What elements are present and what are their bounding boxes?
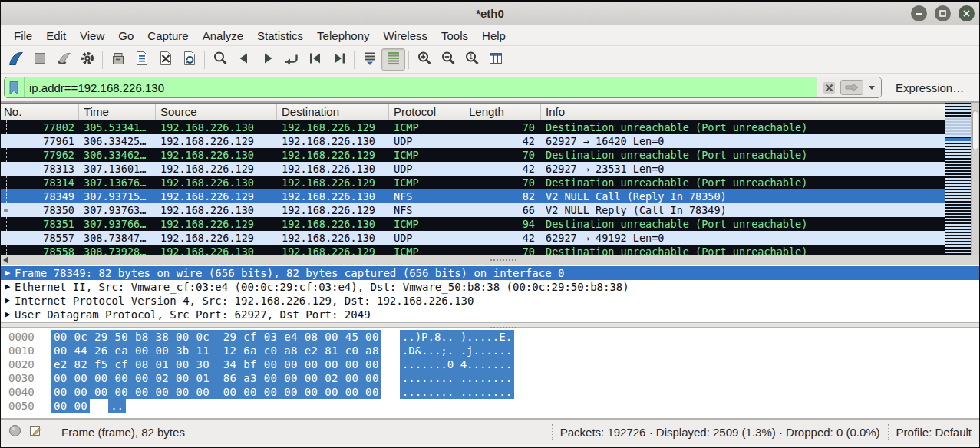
zoom-in-button[interactable] [412,48,436,71]
menu-go[interactable]: Go [111,27,140,44]
hex-line[interactable]: 000000 0c 29 50 b8 38 00 0c 29 cf 03 e4 … [8,330,979,344]
filter-history-caret-icon[interactable] [869,86,875,90]
detail-line-ethernet[interactable]: ▶Ethernet II, Src: Vmware_cf:03:e4 (00:0… [1,280,979,294]
scroll-left-arrow-icon[interactable] [3,256,8,264]
go-to-packet-button[interactable] [279,48,303,71]
find-packet-button[interactable] [208,48,232,71]
column-header-source[interactable]: Source [156,104,277,120]
packet-row[interactable]: 77961306.33425…192.168.226.129192.168.22… [1,134,979,148]
menu-statistics[interactable]: Statistics [250,27,310,44]
expand-triangle-icon[interactable]: ▶ [1,294,15,308]
menu-file[interactable]: File [7,27,39,44]
document-reload-icon [181,50,198,70]
expand-triangle-icon[interactable]: ▶ [1,266,15,280]
zoom-out-icon [440,50,457,70]
column-header-time[interactable]: Time [79,104,156,120]
hex-line[interactable]: 0020e2 82 f5 cf 08 01 00 30 34 bf 00 00 … [8,357,979,371]
packet-minimap-scrollbar[interactable] [945,103,971,255]
horizontal-scrollbar[interactable] [1,255,979,265]
minimize-icon [915,9,923,18]
menu-capture[interactable]: Capture [140,27,195,44]
packet-row[interactable]: 78558308.73928…192.168.226.130192.168.22… [1,245,979,255]
hex-dump-pane: 000000 0c 29 50 b8 38 00 0c 29 cf 03 e4 … [1,328,979,418]
detail-line-frame[interactable]: ▶Frame 78349: 82 bytes on wire (656 bits… [1,266,979,280]
pane-splitter-grip[interactable] [490,327,516,328]
filter-apply-icon[interactable] [840,80,863,95]
menu-edit[interactable]: Edit [39,27,73,44]
go-first-packet-button[interactable] [303,48,327,71]
capture-options-button[interactable] [75,48,99,71]
magnifier-icon [212,50,229,70]
filter-bar: ip.addr==192.168.226.130 Expression… + [1,74,979,103]
arrow-first-icon [307,50,324,70]
column-header-info[interactable]: Info [541,104,979,120]
expert-info-icon[interactable] [8,424,21,440]
menu-view[interactable]: View [73,27,111,44]
packet-row[interactable]: 77802305.53341…192.168.226.130192.168.22… [1,120,979,134]
restart-capture-button[interactable] [51,48,75,71]
menu-tools[interactable]: Tools [434,27,475,44]
resize-columns-button[interactable] [483,48,507,71]
zoom-100-icon: 1 [464,50,480,70]
packet-row[interactable]: 77962306.33462…192.168.226.130192.168.22… [1,148,979,162]
hex-line[interactable]: 005000 00.. [8,399,979,413]
filter-input[interactable]: ip.addr==192.168.226.130 [25,77,817,97]
status-selected-field: Frame (frame), 82 bytes [61,426,185,439]
packet-row[interactable]: 78314307.13676…192.168.226.130192.168.22… [1,176,979,189]
status-profile[interactable]: Profile: Default [896,426,979,439]
hex-line[interactable]: 001000 44 26 ea 00 00 3b 11 12 6a c0 a8 … [8,344,979,357]
packet-row-selected[interactable]: 78349307.93715…192.168.226.129192.168.22… [1,189,979,203]
column-header-length[interactable]: Length [464,104,541,120]
reload-capture-file-button[interactable] [177,48,201,71]
column-header-destination[interactable]: Destination [277,104,389,120]
maximize-icon [939,9,947,18]
hex-line[interactable]: 004000 00 00 00 00 00 00 00 00 00 00 00 … [8,385,979,399]
expand-triangle-icon[interactable]: ▶ [1,280,15,294]
packet-row[interactable]: 78351307.93766…192.168.226.129192.168.22… [1,217,979,231]
jump-arrow-icon [283,50,300,70]
packet-row[interactable]: 78350307.93763…192.168.226.130192.168.22… [1,203,979,217]
colorize-icon [385,50,402,70]
capture-comment-icon[interactable] [29,424,43,440]
status-packet-counts: Packets: 192726 · Displayed: 2509 (1.3%)… [560,426,880,439]
filter-bookmark-icon[interactable] [5,77,25,97]
vertical-scrollbar[interactable] [971,103,979,255]
detail-line-ip[interactable]: ▶Internet Protocol Version 4, Src: 192.1… [1,294,979,308]
start-capture-button[interactable] [4,48,28,71]
maximize-button[interactable] [935,5,951,21]
hex-line[interactable]: 003000 00 00 00 00 02 00 01 86 a3 00 00 … [8,371,979,385]
minimize-button[interactable] [911,5,927,21]
sharkfin-restart-icon [55,50,72,70]
detail-line-udp[interactable]: ▶User Datagram Protocol, Src Port: 62927… [1,308,979,321]
auto-scroll-button[interactable] [358,48,381,71]
save-capture-file-button[interactable] [130,48,153,71]
packet-row[interactable]: 78557308.73847…192.168.226.129192.168.22… [1,231,979,245]
pane-splitter[interactable] [1,322,979,328]
expression-button[interactable]: Expression… [891,78,968,97]
filter-clear-icon[interactable] [823,81,836,94]
titlebar[interactable]: *eth0 [1,0,979,25]
open-capture-file-button[interactable] [106,48,130,71]
expand-triangle-icon[interactable]: ▶ [1,308,15,321]
column-header-protocol[interactable]: Protocol [389,104,464,120]
column-header-no[interactable]: No. [1,104,79,120]
scrollbar-thumb[interactable] [972,110,978,150]
close-button[interactable] [959,5,975,21]
zoom-original-button[interactable]: 1 [460,48,483,71]
stop-capture-button[interactable] [28,48,51,71]
menu-wireless[interactable]: Wireless [377,27,435,44]
menu-telephony[interactable]: Telephony [310,27,376,44]
resize-columns-icon [487,50,504,70]
pane-splitter-grip[interactable] [490,259,516,261]
go-forward-button[interactable] [256,48,279,71]
packet-row[interactable]: 78313307.13601…192.168.226.129192.168.22… [1,162,979,176]
menu-analyze[interactable]: Analyze [196,27,250,44]
display-filter-field[interactable]: ip.addr==192.168.226.130 [4,77,882,98]
zoom-out-button[interactable] [436,48,460,71]
close-capture-file-button[interactable] [153,48,177,71]
go-last-packet-button[interactable] [327,48,351,71]
colorize-packets-button[interactable] [381,48,405,71]
main-toolbar: 1 [1,46,979,74]
go-back-button[interactable] [232,48,256,71]
menu-help[interactable]: Help [475,27,513,44]
